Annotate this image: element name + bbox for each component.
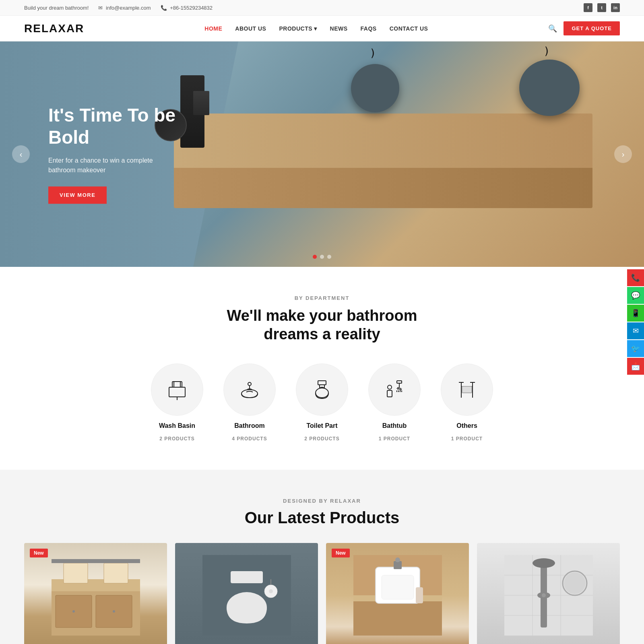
svg-point-65 [564, 572, 586, 594]
dept-item-bathtub[interactable]: Bathtub 1 PRODUCT [368, 363, 421, 442]
svg-rect-47 [353, 599, 442, 636]
bathroom-name: Bathroom [234, 422, 265, 429]
hero-dot-1[interactable] [313, 255, 317, 259]
product-card-2[interactable]: Bathtub [175, 543, 318, 644]
bathtub-name: Bathtub [382, 422, 407, 429]
bathtub-count: 1 PRODUCT [379, 436, 410, 442]
others-name: Others [456, 422, 477, 429]
svg-rect-30 [462, 386, 472, 393]
nav-products[interactable]: PRODUCTS ▾ [279, 25, 317, 32]
social-icons: f t in [584, 3, 620, 12]
products-label: DESIGNED BY RELAXAR [24, 498, 620, 504]
others-icon [441, 363, 493, 416]
nav-contact[interactable]: CONTACT US [390, 25, 428, 32]
float-email-button[interactable]: 📩 [627, 358, 644, 375]
wash-basin-name: Wash Basin [159, 422, 195, 429]
nav-home[interactable]: HOME [204, 25, 222, 32]
product-image-2 [175, 543, 318, 644]
hero-content: It's Time To be Bold Enter for a chance … [48, 104, 185, 204]
bathroom-count: 4 PRODUCTS [232, 436, 267, 442]
float-whatsapp-button[interactable]: 📱 [627, 305, 644, 322]
svg-rect-12 [397, 381, 402, 383]
product-badge-1: New [30, 549, 48, 557]
phone-contact: 📞 +86-15529234832 [161, 5, 213, 11]
nav-news[interactable]: NEWS [330, 25, 348, 32]
svg-rect-35 [64, 563, 88, 583]
instagram-icon[interactable]: in [611, 3, 620, 12]
svg-rect-41 [231, 571, 263, 583]
svg-point-52 [395, 557, 400, 562]
dept-item-toilet[interactable]: Toilet Part 2 PRODUCTS [296, 363, 348, 442]
bathroom-icon [223, 363, 276, 416]
hero-dot-2[interactable] [320, 255, 324, 259]
svg-point-38 [72, 610, 75, 613]
float-phone-button[interactable]: 📞 [627, 269, 644, 286]
product-badge-3: New [332, 549, 350, 557]
email-icon: ✉ [98, 5, 103, 11]
product-image-1 [24, 543, 167, 644]
get-quote-button[interactable]: GET A QUOTE [564, 21, 620, 35]
svg-rect-50 [382, 575, 414, 599]
product-card-3[interactable]: New Wash Basin [326, 543, 469, 644]
dept-title: We'll make your bathroom dreams a realit… [24, 307, 620, 343]
chevron-down-icon: ▾ [314, 25, 317, 32]
nav-faqs[interactable]: FAQS [361, 25, 377, 32]
email-contact: ✉ info@example.com [98, 5, 151, 11]
twitter-icon[interactable]: t [597, 3, 606, 12]
hero-prev-button[interactable]: ‹ [12, 145, 30, 163]
dept-item-others[interactable]: Others 1 PRODUCT [441, 363, 493, 442]
svg-point-63 [542, 593, 546, 597]
svg-point-9 [316, 388, 328, 398]
product-image-3 [326, 543, 469, 644]
product-card-4[interactable]: Bathroom [477, 543, 620, 644]
svg-rect-53 [416, 587, 423, 603]
toilet-count: 2 PRODUCTS [304, 436, 339, 442]
products-title: Our Latest Products [24, 509, 620, 527]
dept-item-wash-basin[interactable]: Wash Basin 2 PRODUCTS [151, 363, 203, 442]
float-chat-button[interactable]: 💬 [627, 287, 644, 304]
svg-rect-23 [387, 390, 392, 397]
header-right: 🔍 GET A QUOTE [548, 21, 620, 35]
tagline: Build your dream bathroom! [24, 5, 89, 11]
nav-about[interactable]: ABOUT US [235, 25, 266, 32]
faucet-right-icon: ⌒ [534, 46, 549, 57]
hero-subtext: Enter for a chance to win a complete bat… [48, 156, 169, 175]
logo[interactable]: RELAXAR [24, 22, 84, 35]
float-telegram-button[interactable]: ✉ [627, 322, 644, 339]
product-image-4 [477, 543, 620, 644]
svg-point-39 [113, 610, 115, 613]
main-nav: HOME ABOUT US PRODUCTS ▾ NEWS FAQS CONTA… [204, 25, 428, 32]
product-card-1[interactable]: New Faucets Part [24, 543, 167, 644]
wash-basin-icon [151, 363, 203, 416]
wash-basin-count: 2 PRODUCTS [159, 436, 194, 442]
header: RELAXAR HOME ABOUT US PRODUCTS ▾ NEWS FA… [0, 16, 644, 41]
others-count: 1 PRODUCT [451, 436, 483, 442]
products-section: DESIGNED BY RELAXAR Our Latest Products [0, 470, 644, 644]
hero-dot-3[interactable] [327, 255, 331, 259]
hero-cta-button[interactable]: VIEW MORE [48, 187, 107, 204]
float-twitter-button[interactable]: 🐦 [627, 340, 644, 357]
bathtub-icon [368, 363, 421, 416]
svg-rect-37 [52, 559, 140, 563]
facebook-icon[interactable]: f [584, 3, 592, 12]
dept-item-bathroom[interactable]: Bathroom 4 PRODUCTS [223, 363, 276, 442]
toilet-icon [296, 363, 348, 416]
hero-sink-right [519, 60, 580, 116]
bottle-dark [193, 91, 209, 115]
hero-section: ⌒ ⌒ It's Time To be Bold Enter for a cha… [0, 41, 644, 267]
hero-next-button[interactable]: › [614, 145, 632, 163]
svg-rect-0 [169, 387, 185, 397]
toilet-name: Toilet Part [306, 422, 337, 429]
hero-headline: It's Time To be Bold [48, 104, 185, 149]
search-button[interactable]: 🔍 [548, 24, 557, 33]
phone-icon: 📞 [161, 5, 167, 11]
dept-grid: Wash Basin 2 PRODUCTS Bathroom 4 PRODUCT… [24, 363, 620, 442]
top-bar: Build your dream bathroom! ✉ info@exampl… [0, 0, 644, 16]
svg-point-61 [533, 558, 555, 568]
hero-dots [313, 255, 331, 259]
svg-point-22 [388, 385, 392, 389]
faucet-left-icon: ⌒ [360, 48, 376, 59]
svg-rect-8 [318, 381, 326, 385]
department-section: BY DEPARTMENT We'll make your bathroom d… [0, 267, 644, 470]
products-grid: New Faucets Part [24, 543, 620, 644]
